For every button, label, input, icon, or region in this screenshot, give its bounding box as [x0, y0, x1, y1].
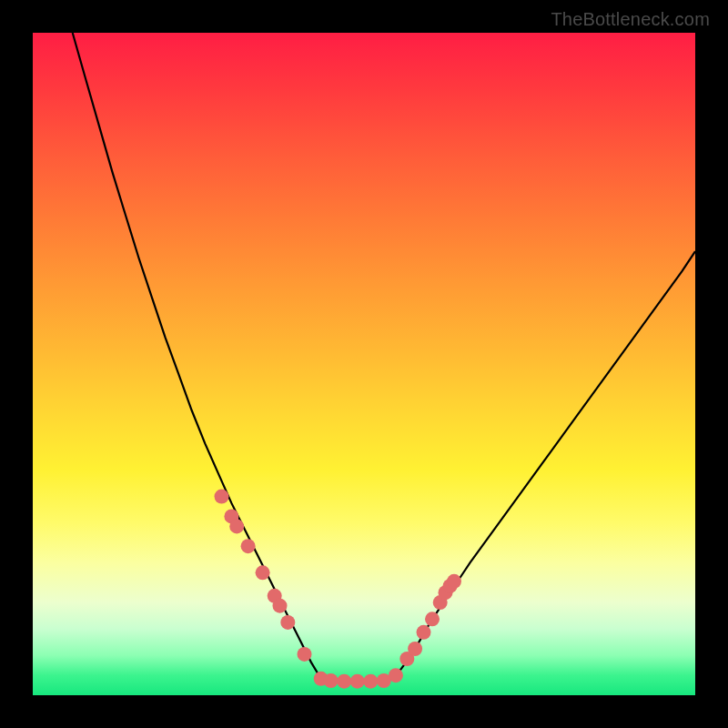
marker-dot [417, 625, 431, 640]
chart-area [33, 33, 695, 695]
chart-svg [33, 33, 695, 695]
marker-dot [273, 599, 288, 613]
marker-dot [337, 674, 351, 689]
marker-dot [241, 539, 256, 553]
watermark-text: TheBottleneck.com [551, 9, 710, 30]
marker-dot [229, 519, 244, 533]
marker-dot [280, 615, 295, 630]
curve-markers [215, 490, 462, 689]
marker-dot [256, 565, 270, 580]
marker-dot [298, 647, 312, 662]
marker-dot [408, 642, 422, 656]
marker-dot [447, 574, 461, 589]
marker-dot [363, 674, 378, 689]
marker-dot [350, 674, 365, 689]
bottleneck-curve [73, 33, 695, 682]
marker-dot [324, 673, 339, 688]
marker-dot [425, 612, 440, 626]
marker-dot [215, 490, 229, 504]
marker-dot [389, 668, 403, 682]
